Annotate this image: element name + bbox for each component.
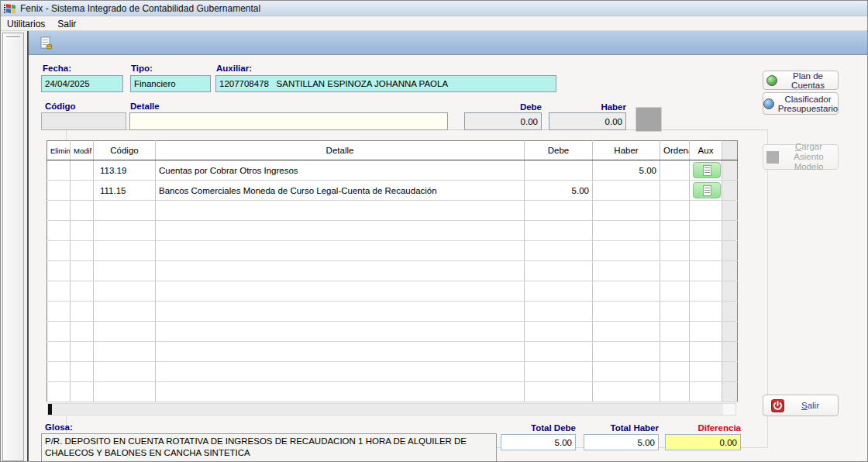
tipo-field[interactable]: Financiero	[130, 75, 211, 92]
cell-detalle	[156, 302, 525, 322]
cell-codigo	[94, 322, 156, 342]
cell-modif	[71, 281, 94, 302]
codigo-input[interactable]	[41, 112, 126, 130]
cargar-asiento-modelo-button[interactable]: Cargar Asiento Modelo	[763, 144, 839, 170]
hscroll-thumb[interactable]	[48, 404, 52, 415]
cell-codigo: 111.15	[94, 181, 156, 201]
cell-debe	[525, 261, 593, 281]
green-sphere-icon	[766, 75, 777, 86]
title-bar: Fenix - Sistema Integrado de Contabilida…	[1, 1, 868, 16]
codigo-label: Código	[45, 102, 76, 111]
glosa-label: Glosa:	[45, 422, 73, 432]
cell-codigo	[94, 342, 156, 362]
cell-debe	[525, 362, 593, 382]
cell-scroll	[722, 362, 738, 382]
window-title: Fenix - Sistema Integrado de Contabilida…	[20, 3, 260, 14]
cell-detalle	[156, 221, 525, 241]
tipo-label: Tipo:	[131, 64, 153, 73]
cell-ordenar	[660, 261, 690, 281]
plan-de-cuentas-label: Plan de Cuentas	[781, 71, 835, 90]
app-window: Fenix - Sistema Integrado de Contabilida…	[0, 0, 868, 462]
toolbar	[29, 31, 868, 55]
table-row: 111.15Bancos Comerciales Moneda de Curso…	[47, 181, 738, 201]
cell-haber	[593, 221, 660, 241]
haber-label: Haber	[549, 102, 626, 112]
cell-ordenar	[660, 281, 690, 302]
cell-debe	[525, 201, 593, 221]
cell-aux	[690, 221, 722, 241]
cell-haber	[593, 261, 660, 281]
detalle-input[interactable]	[129, 112, 448, 130]
diferencia-field: 0.00	[665, 434, 741, 450]
cell-haber	[593, 241, 660, 261]
cell-elimin	[47, 221, 71, 241]
entries-table: EliminModifCódigoDetalleDebeHaberOrdenar…	[46, 140, 738, 402]
cell-debe	[525, 302, 593, 322]
document-icon	[703, 165, 711, 176]
cell-debe	[525, 160, 593, 181]
aux-button[interactable]	[693, 162, 721, 178]
cell-ordenar	[660, 322, 690, 342]
plan-de-cuentas-button[interactable]: Plan de Cuentas	[763, 71, 839, 90]
cell-codigo	[94, 382, 156, 402]
debe-input[interactable]: 0.00	[464, 112, 542, 130]
cell-elimin	[47, 342, 71, 362]
table-row	[47, 221, 738, 241]
cell-codigo	[94, 201, 156, 221]
diferencia-label: Diferencia	[665, 423, 741, 433]
glosa-textarea[interactable]: P/R. DEPOSITO EN CUENTA ROTATIVA DE INGR…	[41, 433, 497, 462]
auxiliar-label: Auxiliar:	[216, 64, 252, 73]
cell-detalle: Cuentas por Cobrar Otros Ingresos	[156, 160, 525, 181]
cell-codigo	[94, 241, 156, 261]
clasificador-label: Clasificador Presupuestario	[778, 95, 838, 113]
power-icon	[771, 399, 784, 412]
cell-scroll	[722, 342, 738, 362]
cell-ordenar	[660, 382, 690, 402]
fecha-field[interactable]: 24/04/2025	[41, 75, 123, 92]
cell-aux	[690, 302, 722, 322]
salir-button[interactable]: Salir	[763, 395, 839, 416]
add-entry-square-button[interactable]	[636, 107, 662, 132]
document-icon	[703, 185, 711, 196]
cell-haber	[593, 382, 660, 402]
total-debe-field: 5.00	[501, 434, 576, 450]
table-row	[47, 382, 738, 402]
cell-modif	[71, 160, 94, 181]
column-header-scroll	[722, 141, 738, 160]
haber-input[interactable]: 0.00	[549, 112, 626, 130]
main-panel: Fecha: 24/04/2025 Tipo: Financiero Auxil…	[27, 31, 868, 462]
left-collapsed-panel[interactable]	[2, 33, 24, 461]
menu-salir[interactable]: Salir	[51, 18, 82, 30]
cell-haber	[593, 322, 660, 342]
cell-elimin	[47, 281, 71, 302]
total-haber-field: 5.00	[584, 434, 659, 450]
detalle-label: Detalle	[130, 102, 160, 111]
auxiliar-field[interactable]: 1207708478 SANTILLAN ESPINOZA JOHANNA PA…	[215, 75, 556, 92]
clasificador-presupuestario-button[interactable]: Clasificador Presupuestario	[763, 92, 839, 115]
table-row	[47, 201, 738, 221]
menu-utilitarios[interactable]: Utilitarios	[1, 18, 51, 30]
aux-button[interactable]	[693, 182, 721, 198]
cell-haber: 5.00	[593, 160, 660, 181]
table-row	[47, 302, 738, 322]
cell-haber	[593, 362, 660, 382]
app-logo-icon	[4, 3, 16, 14]
new-entry-button[interactable]	[36, 34, 57, 52]
table-row: 113.19Cuentas por Cobrar Otros Ingresos5…	[47, 160, 738, 181]
column-header-debe: Debe	[525, 141, 593, 160]
cell-aux	[690, 181, 722, 201]
cell-aux	[690, 322, 722, 342]
cell-elimin	[47, 201, 71, 221]
cell-elimin	[47, 181, 71, 201]
cell-aux	[690, 241, 722, 261]
cell-scroll	[722, 201, 738, 221]
cell-scroll	[722, 382, 738, 402]
cell-codigo	[94, 221, 156, 241]
table-row	[47, 261, 738, 281]
cell-scroll	[722, 221, 738, 241]
cell-scroll	[722, 302, 738, 322]
splitter-grip[interactable]	[6, 36, 20, 39]
menu-bar: Utilitarios Salir	[1, 17, 868, 31]
table-row	[47, 342, 738, 362]
table-hscrollbar[interactable]	[47, 403, 736, 415]
